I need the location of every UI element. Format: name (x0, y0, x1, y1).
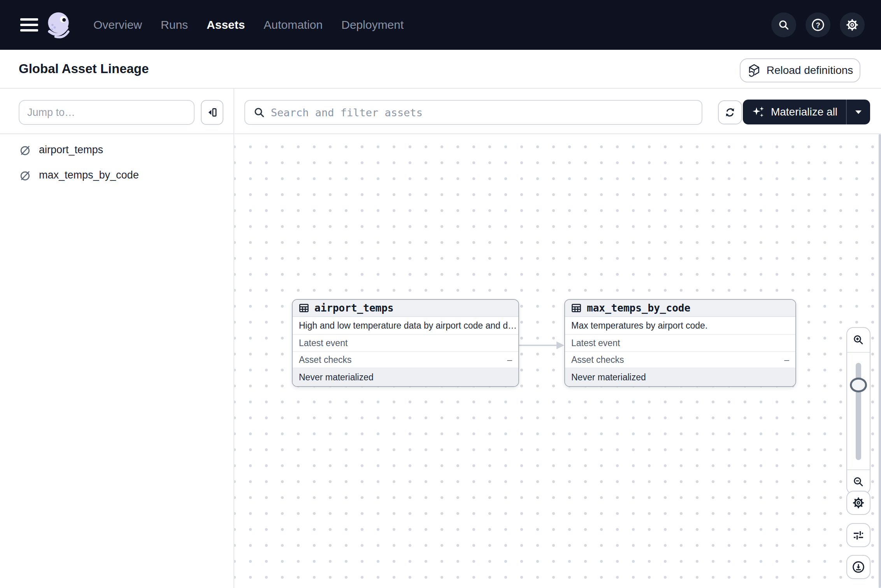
no-materialization-icon (19, 144, 31, 156)
nav-item-overview[interactable]: Overview (93, 18, 142, 32)
page-title: Global Asset Lineage (19, 50, 149, 88)
page-header: Global Asset Lineage Reload definitions (0, 50, 881, 88)
asset-checks-row: Asset checks – (293, 352, 518, 368)
asset-node-description: Max temperatures by airport code. (565, 317, 795, 335)
collapse-sidebar-button[interactable] (201, 100, 223, 125)
nav-right-actions: ? (771, 12, 865, 37)
settings-button[interactable] (840, 12, 865, 37)
search-icon (253, 106, 265, 119)
materialization-status: Never materialized (293, 368, 518, 386)
download-icon (852, 561, 865, 573)
reload-cube-icon (747, 63, 761, 77)
asset-node-airport-temps[interactable]: airport_temps High and low temperature d… (292, 299, 519, 387)
chevron-down-icon (855, 110, 862, 114)
asset-search-box (244, 100, 702, 125)
asset-node-title: max_temps_by_code (587, 302, 690, 314)
materialize-all-split-button: Materialize all (743, 100, 870, 124)
latest-event-label: Latest event (571, 338, 620, 348)
sparkles-icon (751, 105, 765, 119)
jump-to-input[interactable] (19, 100, 195, 125)
zoom-in-icon (853, 334, 864, 346)
search-icon (777, 19, 790, 31)
asset-node-title: airport_temps (314, 302, 394, 314)
help-button[interactable]: ? (806, 12, 830, 37)
table-icon (570, 302, 582, 314)
asset-sidebar: airport_temps max_temps_by_code (0, 89, 233, 588)
nav-item-runs[interactable]: Runs (161, 18, 188, 32)
nav-item-assets[interactable]: Assets (207, 18, 245, 32)
latest-event-label: Latest event (299, 338, 347, 348)
graph-filters-button[interactable] (846, 523, 870, 547)
zoom-slider-thumb[interactable] (850, 378, 867, 392)
download-image-button[interactable] (846, 555, 870, 579)
svg-text:?: ? (816, 21, 820, 29)
vertical-scrollbar[interactable] (879, 134, 881, 588)
gear-icon (846, 18, 859, 32)
zoom-slider[interactable] (847, 353, 870, 469)
zoom-control-group (846, 327, 870, 494)
no-materialization-icon (19, 170, 31, 181)
sidebar-item-label: max_temps_by_code (39, 169, 139, 181)
asset-search-input[interactable] (271, 107, 694, 119)
graph-settings-button[interactable] (846, 491, 870, 515)
lineage-edge-arrow (518, 339, 565, 352)
sidebar-item-max-temps-by-code[interactable]: max_temps_by_code (0, 163, 233, 188)
materialize-all-button[interactable]: Materialize all (743, 100, 846, 124)
sidebar-item-label: airport_temps (39, 144, 103, 156)
filters-icon (852, 529, 865, 541)
asset-checks-value: – (784, 355, 789, 365)
table-icon (298, 302, 310, 314)
materialize-all-label: Materialize all (771, 106, 837, 118)
asset-checks-label: Asset checks (571, 355, 624, 365)
lineage-canvas[interactable]: airport_temps High and low temperature d… (234, 134, 881, 588)
refresh-button[interactable] (718, 100, 742, 124)
latest-event-row: Latest event (565, 335, 795, 352)
zoom-out-icon (853, 476, 864, 488)
gear-icon (852, 497, 865, 509)
materialize-options-dropdown[interactable] (847, 100, 870, 124)
asset-checks-label: Asset checks (299, 355, 352, 365)
asset-node-description: High and low temperature data by airport… (293, 317, 518, 335)
nav-item-deployment[interactable]: Deployment (341, 18, 404, 32)
reload-definitions-label: Reload definitions (767, 64, 853, 77)
asset-node-max-temps-by-code[interactable]: max_temps_by_code Max temperatures by ai… (564, 299, 796, 387)
help-icon: ? (811, 18, 825, 32)
dagster-logo-icon[interactable] (44, 10, 73, 40)
asset-node-header: max_temps_by_code (565, 300, 795, 317)
collapse-panel-icon (206, 107, 218, 118)
zoom-in-button[interactable] (847, 328, 870, 353)
asset-node-header: airport_temps (293, 300, 518, 317)
asset-checks-value: – (507, 355, 512, 365)
nav-item-automation[interactable]: Automation (263, 18, 323, 32)
hamburger-menu-icon[interactable] (20, 18, 38, 32)
sidebar-item-airport-temps[interactable]: airport_temps (0, 137, 233, 163)
materialization-status: Never materialized (565, 368, 795, 386)
search-button[interactable] (771, 12, 796, 37)
primary-nav: Overview Runs Assets Automation Deployme… (93, 0, 404, 50)
asset-list: airport_temps max_temps_by_code (0, 137, 233, 188)
top-nav-bar: Overview Runs Assets Automation Deployme… (0, 0, 881, 50)
asset-checks-row: Asset checks – (565, 352, 795, 368)
reload-definitions-button[interactable]: Reload definitions (740, 58, 860, 82)
latest-event-row: Latest event (293, 335, 518, 352)
refresh-icon (724, 106, 736, 119)
zoom-out-button[interactable] (847, 469, 870, 494)
